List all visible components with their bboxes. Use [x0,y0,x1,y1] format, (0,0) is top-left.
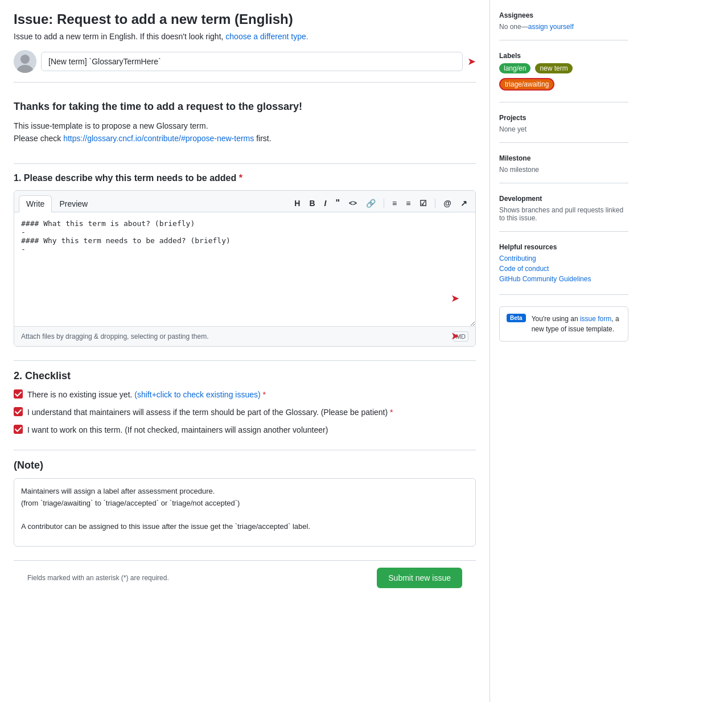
svg-point-1 [20,55,30,64]
section-describe: 1. Please describe why this term needs t… [14,173,476,347]
arrow-2: ➤ [451,330,459,342]
note-para1: Maintainers will assign a label after as… [21,486,468,510]
toolbar-sep1 [384,199,384,208]
labels-wrap: lang/en new term triage/awaiting [499,63,628,93]
projects-value: None yet [499,125,628,133]
required-marker: * [239,173,242,183]
sidebar-projects: Projects None yet [499,114,628,143]
development-label: Development [499,195,628,203]
title-row: ➤ [14,50,476,73]
editor-content-wrap: #### What this term is about? (briefly) … [14,212,475,326]
arrow-1: ➤ [451,292,459,305]
checklist-section: 2. Checklist There is no existing issue … [14,370,476,436]
toolbar-mention[interactable]: @ [440,196,455,210]
assignees-value: No one—assign yourself [499,23,628,31]
toolbar-link[interactable]: 🔗 [363,196,379,210]
development-value: Shows branches and pull requests linked … [499,206,628,222]
editor-footer: Attach files by dragging & dropping, sel… [14,326,475,346]
section-divider-2 [14,360,476,361]
sidebar-labels: Labels lang/en new term triage/awaiting [499,52,628,102]
label-lang-en[interactable]: lang/en [499,63,530,73]
checklist-item-2: I understand that maintainers will asses… [14,407,476,418]
sidebar-helpful: Helpful resources Contributing Code of c… [499,243,628,295]
divider [14,82,476,83]
submit-button[interactable]: Submit new issue [377,568,462,588]
sidebar-assignees: Assignees No one—assign yourself [499,11,628,40]
title-input[interactable] [41,52,463,71]
page-title: Issue: Request to add a new term (Englis… [14,11,476,27]
tab-write[interactable]: Write [19,195,52,212]
labels-label: Labels [499,52,628,60]
beta-text: You're using an issue form, a new type o… [532,314,621,334]
editor-tabs: Write Preview H B I " <> 🔗 ≡ ≡ ☑ [14,191,475,212]
checkbox-2[interactable] [14,407,23,416]
checklist-item-1: There is no existing issue yet. (shift+c… [14,389,476,401]
beta-badge: Beta [507,314,526,322]
section-divider-1 [14,163,476,164]
note-section: (Note) Maintainers will assign a label a… [14,459,476,547]
toolbar-italic[interactable]: I [321,196,330,210]
projects-label: Projects [499,114,628,122]
toolbar-heading[interactable]: H [291,196,303,210]
section-divider-3 [14,450,476,450]
helpful-label: Helpful resources [499,243,628,251]
attach-text: Attach files by dragging & dropping, sel… [21,332,209,340]
editor-row: #### What this term is about? (briefly) … [14,212,475,326]
editor-box: Write Preview H B I " <> 🔗 ≡ ≡ ☑ [14,190,476,347]
note-para2: A contributor can be assigned to this is… [21,521,468,533]
note-title: (Note) [14,459,476,471]
toolbar-quote[interactable]: " [332,196,343,211]
issue-form-link[interactable]: issue form [580,315,611,323]
thanks-heading: Thanks for taking the time to add a requ… [14,101,476,113]
toolbar: H B I " <> 🔗 ≡ ≡ ☑ @ ↗ [291,195,471,212]
community-guidelines-link[interactable]: GitHub Community Guidelines [499,275,628,283]
milestone-label: Milestone [499,154,628,162]
toolbar-bold[interactable]: B [306,196,318,210]
editor-textarea[interactable]: #### What this term is about? (briefly) … [14,212,475,326]
arrows-container: ➤ ➤ [451,258,464,342]
footer-bar: Fields marked with an asterisk (*) are r… [14,560,476,595]
thanks-section: Thanks for taking the time to add a requ… [14,92,476,154]
assignees-label: Assignees [499,11,628,19]
contributing-link[interactable]: Contributing [499,254,628,262]
glossary-link[interactable]: https://glossary.cncf.io/contribute/#pro… [63,134,254,143]
title-arrow-indicator: ➤ [467,55,476,68]
checklist-text-1: There is no existing issue yet. (shift+c… [27,389,266,401]
change-type-link[interactable]: choose a different type. [225,32,308,41]
footer-note: Fields marked with an asterisk (*) are r… [27,574,169,582]
note-box: Maintainers will assign a label after as… [14,478,476,547]
toolbar-code[interactable]: <> [346,197,360,210]
toolbar-ul[interactable]: ≡ [389,196,400,210]
toolbar-task[interactable]: ☑ [416,196,430,210]
title-input-wrap [41,52,463,71]
avatar [14,50,36,73]
checklist-item-3: I want to work on this term. (If not che… [14,424,476,436]
section1-title: 1. Please describe why this term needs t… [14,173,476,183]
checklist-title: 2. Checklist [14,370,476,382]
assign-yourself-link[interactable]: assign yourself [528,23,574,31]
sidebar-development: Development Shows branches and pull requ… [499,195,628,232]
toolbar-sep2 [435,199,435,208]
thanks-para1: This issue-template is to propose a new … [14,120,476,145]
code-of-conduct-link[interactable]: Code of conduct [499,265,628,273]
sidebar-milestone: Milestone No milestone [499,154,628,183]
label-new-term[interactable]: new term [535,63,572,73]
subtitle: Issue to add a new term in English. If t… [14,32,476,41]
toolbar-ref[interactable]: ↗ [457,196,471,210]
milestone-value: No milestone [499,166,628,174]
beta-box: Beta You're using an issue form, a new t… [499,306,628,342]
toolbar-ol[interactable]: ≡ [402,196,414,210]
checklist-text-3: I want to work on this term. (If not che… [27,424,328,436]
label-triage-awaiting[interactable]: triage/awaiting [499,78,554,91]
check-existing-link[interactable]: (shift+click to check existing issues) [134,390,260,399]
tab-preview[interactable]: Preview [52,195,95,212]
checkbox-1[interactable] [14,389,23,399]
sidebar: Assignees No one—assign yourself Labels … [490,0,637,702]
checkbox-3[interactable] [14,425,23,434]
checklist-text-2: I understand that maintainers will asses… [27,407,393,418]
